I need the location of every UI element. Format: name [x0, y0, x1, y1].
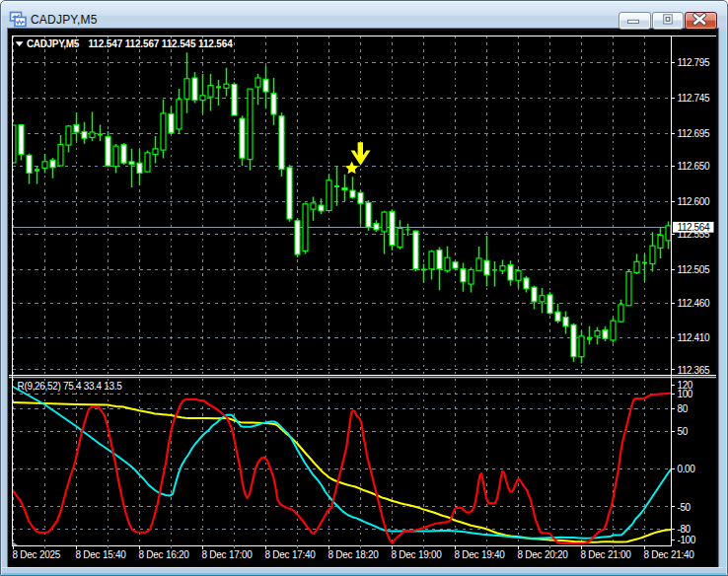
svg-text:-50: -50	[678, 502, 692, 513]
svg-text:112.600: 112.600	[678, 196, 710, 207]
svg-text:112.547 112.567 112.545 112.56: 112.547 112.567 112.545 112.564	[89, 38, 234, 49]
svg-text:8 Dec 19:00: 8 Dec 19:00	[392, 549, 443, 560]
svg-text:112.650: 112.650	[678, 161, 710, 172]
svg-text:112.695: 112.695	[678, 128, 710, 139]
svg-text:8 Dec 20:20: 8 Dec 20:20	[518, 549, 569, 560]
svg-text:100: 100	[678, 389, 693, 399]
svg-text:8 Dec 21:40: 8 Dec 21:40	[644, 549, 695, 560]
svg-text:CADJPY,M5: CADJPY,M5	[27, 38, 80, 49]
svg-text:112.410: 112.410	[678, 332, 710, 343]
svg-text:112.745: 112.745	[678, 93, 710, 104]
svg-text:112.505: 112.505	[678, 264, 710, 275]
svg-text:8 Dec 17:00: 8 Dec 17:00	[202, 549, 254, 560]
svg-text:80: 80	[678, 403, 689, 414]
svg-text:112.365: 112.365	[678, 365, 710, 376]
svg-text:-80: -80	[678, 524, 692, 535]
svg-text:R(9,26,52) 75.4 33.4 13.5: R(9,26,52) 75.4 33.4 13.5	[18, 381, 123, 392]
svg-text:8 Dec 19:40: 8 Dec 19:40	[455, 549, 506, 560]
svg-text:112.564: 112.564	[678, 222, 710, 233]
svg-text:8 Dec 15:40: 8 Dec 15:40	[76, 549, 127, 560]
svg-text:0.00: 0.00	[678, 464, 696, 474]
svg-text:8 Dec 16:20: 8 Dec 16:20	[139, 549, 190, 560]
svg-text:8 Dec 17:40: 8 Dec 17:40	[265, 549, 317, 560]
svg-text:112.795: 112.795	[678, 57, 710, 68]
svg-text:8 Dec 18:20: 8 Dec 18:20	[328, 549, 380, 560]
svg-text:8 Dec 2025: 8 Dec 2025	[13, 549, 61, 560]
svg-text:-100: -100	[678, 535, 696, 545]
svg-text:112.460: 112.460	[678, 298, 710, 309]
svg-text:50: 50	[678, 426, 689, 437]
svg-text:8 Dec 21:00: 8 Dec 21:00	[581, 549, 632, 560]
